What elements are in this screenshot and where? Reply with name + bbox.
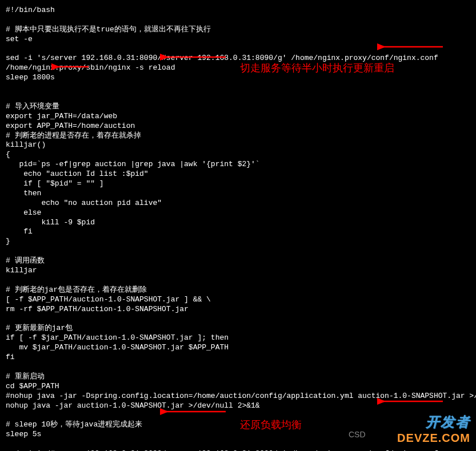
terminal-line: cd $APP_PATH (6, 382, 470, 392)
terminal-line: if [ -f $jar_PATH/auction-1.0-SNAPSHOT.j… (6, 333, 470, 343)
terminal-line (6, 83, 470, 92)
terminal-line: #!/bin/bash (6, 6, 470, 15)
terminal-line: # 脚本中只要出现执行不是true的语句，就退出不再往下执行 (6, 25, 470, 35)
watermark-top-text: 开发者 (397, 413, 470, 430)
terminal-line: /home/nginx.proxy/sbin/nginx -s reload (6, 63, 470, 73)
terminal-line: sleep 1800s (6, 73, 470, 83)
terminal-line: set -e (6, 35, 470, 45)
annotation-text-2: 还原负载均衡 (240, 418, 302, 432)
terminal-line: pid=`ps -ef|grep auction |grep java |awk… (6, 160, 470, 170)
watermark: 开发者 DEVZE.COM (397, 413, 470, 445)
terminal-line (6, 363, 470, 372)
terminal-line: { (6, 150, 470, 160)
annotation-text-1: 切走服务等待半小时执行更新重启 (240, 62, 394, 75)
terminal-output: #!/bin/bash # 脚本中只要出现执行不是true的语句，就退出不再往下… (6, 6, 470, 451)
terminal-line (6, 247, 470, 256)
terminal-line (6, 276, 470, 285)
terminal-line: # 调用函数 (6, 256, 470, 266)
terminal-line: mv $jar_PATH/auction-1.0-SNAPSHOT.jar $A… (6, 343, 470, 353)
terminal-line: killjar() (6, 140, 470, 150)
terminal-line: killjar (6, 266, 470, 276)
terminal-line: fi (6, 227, 470, 237)
terminal-line: if [ "$pid" = "" ] (6, 179, 470, 189)
terminal-line: # 重新启动 (6, 372, 470, 382)
terminal-line: } (6, 237, 470, 247)
terminal-line: #nohup java -jar -Dspring.config.locatio… (6, 392, 470, 401)
terminal-line (6, 92, 470, 102)
terminal-line (6, 315, 470, 324)
terminal-line: kill -9 $pid (6, 218, 470, 228)
terminal-line: # 判断老的进程是否存在，着存在就杀掉 (6, 131, 470, 141)
terminal-line (6, 45, 470, 54)
terminal-line: export APP_PATH=/home/auction (6, 122, 470, 131)
watermark-bottom-text: DEVZE.COM (397, 430, 470, 445)
terminal-line: then (6, 189, 470, 199)
terminal-line: # 导入环境变量 (6, 102, 470, 112)
terminal-line: echo "no auction pid alive" (6, 199, 470, 208)
terminal-line: export jar_PATH=/data/web (6, 112, 470, 122)
terminal-line: rm -rf $APP_PATH/auction-1.0-SNAPSHOT.ja… (6, 305, 470, 315)
terminal-line: # 更新最新的jar包 (6, 324, 470, 333)
terminal-line: sed -i 's/server 192.168.0.31:8090/#serv… (6, 54, 470, 63)
terminal-line: fi (6, 353, 470, 363)
terminal-line: echo "auction Id list :$pid" (6, 170, 470, 179)
terminal-line: else (6, 208, 470, 218)
terminal-line: [ -f $APP_PATH/auction-1.0-SNAPSHOT.jar … (6, 295, 470, 305)
terminal-line: nohup java -jar auction-1.0-SNAPSHOT.jar… (6, 401, 470, 411)
csdn-watermark: CSD (349, 429, 366, 440)
terminal-line (6, 15, 470, 25)
terminal-line: # 判断老的jar包是否存在，着存在就删除 (6, 285, 470, 295)
